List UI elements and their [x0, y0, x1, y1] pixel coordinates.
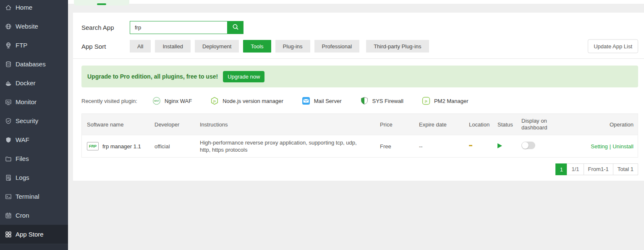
pagination: 1 1/1 From1-1 Total 1	[81, 163, 638, 175]
svg-text:WAF: WAF	[154, 100, 160, 102]
sidebar-item-app-store[interactable]: App Store	[0, 225, 68, 244]
nodejs-icon: js	[210, 97, 219, 105]
plugin-label: PM2 Manager	[434, 98, 469, 104]
table-header: Software name Developer Instructions Pri…	[82, 114, 638, 135]
home-icon	[5, 4, 12, 11]
page-total: Total 1	[613, 163, 638, 175]
sort-button-plug-ins[interactable]: Plug-ins	[275, 40, 310, 53]
sort-button-professional[interactable]: Professional	[314, 40, 360, 53]
ftp-icon	[5, 42, 12, 49]
operation-cell: Setting|Uninstall	[571, 143, 638, 150]
page-range: From1-1	[584, 163, 613, 175]
play-icon[interactable]	[497, 143, 502, 148]
sidebar-item-monitor[interactable]: Monitor	[0, 92, 68, 111]
plugin-label: Node.js version manager	[223, 98, 283, 104]
col-display-on-dashboard: Display on dashboard	[516, 118, 571, 131]
update-app-list-button[interactable]: Update App List	[588, 39, 638, 53]
sidebar-item-databases[interactable]: Databases	[0, 55, 68, 74]
plugin-label: Mail Server	[314, 98, 342, 104]
upgrade-now-button[interactable]: Upgrade now	[223, 71, 264, 82]
sort-button-third-party[interactable]: Third-party Plug-ins	[366, 40, 429, 53]
calendar-icon	[5, 212, 12, 219]
status-cell	[492, 143, 516, 150]
sort-button-all[interactable]: All	[130, 40, 151, 53]
search-label: Search App	[81, 24, 130, 31]
col-developer: Developer	[149, 121, 195, 128]
sidebar-item-waf[interactable]: WAF	[0, 130, 68, 149]
sidebar: Home Website FTP Databases Docker M	[0, 0, 68, 250]
frp-app-icon-label: FRP	[87, 142, 99, 150]
nginx-waf-icon: WAF	[152, 97, 161, 105]
sort-row: App Sort All Installed Deployment Tools …	[81, 40, 638, 53]
sidebar-item-security[interactable]: Security	[0, 111, 68, 130]
sidebar-item-label: FTP	[16, 42, 27, 49]
setting-link[interactable]: Setting	[591, 143, 607, 150]
sidebar-item-ftp[interactable]: FTP	[0, 36, 68, 55]
website-icon	[5, 23, 12, 30]
search-icon	[232, 24, 239, 32]
sidebar-item-files[interactable]: Files	[0, 149, 68, 168]
sidebar-item-cron[interactable]: Cron	[0, 206, 68, 225]
svg-text:js: js	[424, 100, 427, 103]
active-tab-indicator	[97, 3, 106, 5]
expire-date-cell: --	[414, 143, 464, 150]
folder-outline-icon	[5, 155, 12, 162]
section-divider	[73, 58, 644, 59]
page-number-1[interactable]: 1	[555, 163, 567, 175]
recently-visited-label: Recently visited plugin:	[81, 98, 137, 104]
sidebar-item-label: Website	[16, 23, 38, 30]
tab-app-store[interactable]	[74, 0, 129, 5]
plugin-nodejs-version-manager[interactable]: js Node.js version manager	[210, 97, 283, 105]
sidebar-item-logs[interactable]: Logs	[0, 168, 68, 187]
sort-button-tools[interactable]: Tools	[243, 40, 271, 53]
operation-separator: |	[610, 143, 611, 150]
search-row: Search App	[81, 21, 638, 34]
sidebar-item-terminal[interactable]: Terminal	[0, 187, 68, 206]
main-content: Search App App Sort All Installed Deploy…	[68, 0, 644, 250]
plugin-mail-server[interactable]: Mail Server	[302, 97, 342, 105]
frp-app-icon: FRP	[87, 142, 99, 150]
software-name-cell: FRP frp manager 1.1	[82, 142, 149, 150]
col-software-name: Software name	[82, 121, 149, 128]
plugin-sys-firewall[interactable]: SYS Firewall	[360, 97, 403, 105]
search-input[interactable]	[130, 21, 228, 34]
docker-icon	[5, 79, 12, 87]
shield-filled-icon	[5, 136, 12, 143]
sidebar-item-label: Home	[16, 4, 32, 11]
sidebar-item-label: Docker	[16, 79, 36, 87]
table-row: FRP frp manager 1.1 official High-perfor…	[82, 135, 638, 157]
search-input-group	[130, 21, 243, 34]
instructions-cell: High-performance reverse proxy applicati…	[195, 139, 375, 153]
uninstall-link[interactable]: Uninstall	[613, 143, 634, 150]
sort-button-deployment[interactable]: Deployment	[195, 40, 239, 53]
pm2-icon: js	[422, 97, 430, 105]
plugin-label: Nginx WAF	[165, 98, 192, 104]
sidebar-footer	[0, 244, 68, 250]
price-cell: Free	[375, 143, 414, 150]
sort-button-installed[interactable]: Installed	[155, 40, 190, 53]
sys-firewall-icon	[360, 97, 369, 105]
sidebar-item-website[interactable]: Website	[0, 17, 68, 36]
col-expire-date: Expire date	[414, 121, 464, 128]
svg-text:js: js	[213, 100, 216, 103]
upgrade-banner: Upgrade to Pro edition, all plugins, fre…	[81, 66, 638, 87]
col-location: Location	[464, 121, 492, 128]
sidebar-item-home[interactable]: Home	[0, 0, 68, 17]
search-button[interactable]	[228, 21, 243, 34]
plugin-pm2-manager[interactable]: js PM2 Manager	[422, 97, 469, 105]
sidebar-item-label: Files	[16, 155, 29, 162]
dashboard-toggle[interactable]	[521, 142, 535, 149]
sidebar-item-label: WAF	[16, 136, 29, 143]
developer-cell: official	[149, 143, 195, 150]
page-indicator: 1/1	[567, 163, 584, 175]
col-operation: Operation	[571, 121, 638, 128]
recently-visited-row: Recently visited plugin: WAF Nginx WAF j…	[81, 95, 638, 107]
plugin-label: SYS Firewall	[372, 98, 403, 104]
sidebar-item-docker[interactable]: Docker	[0, 74, 68, 92]
sidebar-item-label: Terminal	[16, 193, 39, 200]
plugin-nginx-waf[interactable]: WAF Nginx WAF	[152, 97, 192, 105]
app-name: frp manager 1.1	[102, 143, 141, 150]
databases-icon	[5, 61, 12, 68]
terminal-icon	[5, 193, 12, 200]
tab-bar	[68, 0, 644, 4]
